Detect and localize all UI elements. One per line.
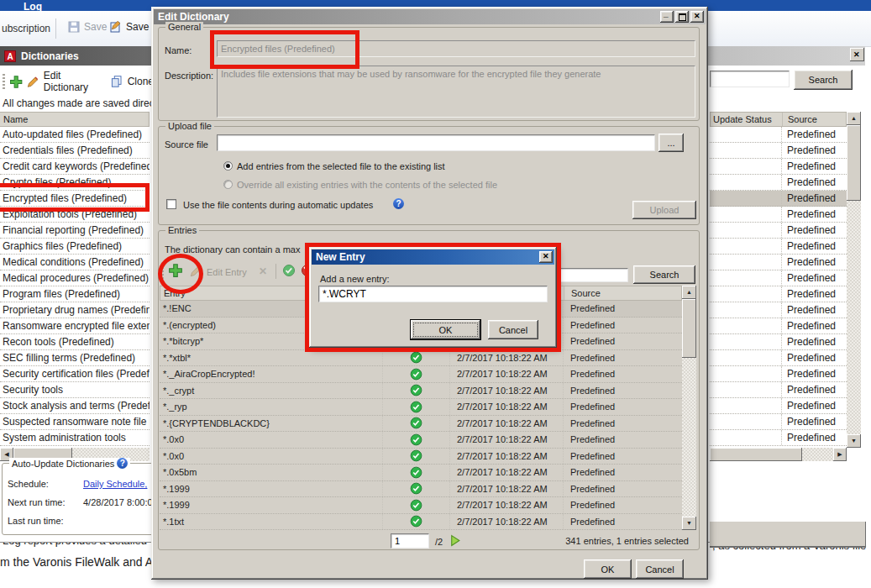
dictionary-table-vscrollbar[interactable]: ▲ ▼ xyxy=(847,112,861,448)
new-entry-input[interactable] xyxy=(318,286,548,302)
dictionary-source-row[interactable]: Predefined xyxy=(710,398,847,414)
dictionary-row[interactable]: Crypto files (Predefined) xyxy=(0,175,150,191)
edit-dictionary-pencil-icon[interactable] xyxy=(27,76,39,88)
radio-add-entries[interactable] xyxy=(223,161,233,171)
source-column-header[interactable]: Source xyxy=(782,113,846,126)
dictionary-source-row[interactable]: Predefined xyxy=(710,191,847,207)
entry-row[interactable]: *.{CRYPTENDBLACKDC} 2/7/2017 10:18:22 AM… xyxy=(160,416,682,433)
save-button[interactable]: Save xyxy=(67,20,107,34)
dictionary-row[interactable]: Encrypted files (Predefined) xyxy=(0,191,150,207)
dictionary-row[interactable]: Auto-updated files (Predefined) xyxy=(0,127,150,143)
scroll-thumb[interactable] xyxy=(682,299,696,358)
dictionary-row[interactable]: Recon tools (Predefined) xyxy=(0,334,150,350)
help-icon[interactable]: ? xyxy=(117,458,128,469)
entry-row[interactable]: *._crypt 2/7/2017 10:18:22 AM Predefined xyxy=(160,383,682,400)
entries-search-button[interactable]: Search xyxy=(633,265,695,284)
dictionary-row[interactable]: Exploitation tools (Predefined) xyxy=(0,207,150,223)
radio-add-entries-label[interactable]: Add entries from the selected file to th… xyxy=(237,161,445,171)
dictionary-source-row[interactable]: Predefined xyxy=(710,414,847,430)
page-number-input[interactable] xyxy=(391,533,429,549)
dictionary-row[interactable]: Ransomware encrypted file extensions xyxy=(0,318,150,334)
entry-row[interactable]: *.1999 2/7/2017 10:18:22 AM Predefined xyxy=(160,481,682,498)
entry-row[interactable]: *.*xtbl* 2/7/2017 10:18:22 AM Predefined xyxy=(160,350,682,367)
dictionary-source-row[interactable]: Predefined xyxy=(710,159,847,175)
save-edit-button[interactable]: Save xyxy=(109,20,149,34)
edit-entry-button[interactable]: Edit Entry xyxy=(207,267,247,277)
delete-entry-icon[interactable]: ✕ xyxy=(259,265,267,277)
dictionary-row[interactable]: Financial reporting (Predefined) xyxy=(0,223,150,239)
dictionary-source-row[interactable]: Predefined xyxy=(710,143,847,159)
schedule-link[interactable]: Daily Schedule, xyxy=(83,479,147,489)
new-entry-titlebar[interactable]: New Entry xyxy=(312,249,554,265)
new-entry-cancel-button[interactable]: Cancel xyxy=(488,320,538,339)
dictionary-source-row[interactable]: Predefined xyxy=(710,318,847,334)
entry-row[interactable]: *.0x0 2/7/2017 10:18:22 AM Predefined xyxy=(160,432,682,449)
approve-entry-icon[interactable] xyxy=(282,264,296,277)
dictionary-source-row[interactable]: Predefined xyxy=(710,270,847,286)
edit-dialog-titlebar[interactable]: Edit Dictionary xyxy=(154,9,706,24)
use-file-contents-checkbox[interactable] xyxy=(166,199,176,209)
new-entry-ok-button[interactable]: OK xyxy=(410,319,481,340)
maximize-icon[interactable] xyxy=(675,11,689,23)
add-entry-icon[interactable] xyxy=(168,263,183,278)
entry-row[interactable]: *.0x5bm 2/7/2017 10:18:22 AM Predefined xyxy=(160,465,682,481)
dictionary-row[interactable]: Proprietary drug names (Predefined) xyxy=(0,302,150,318)
close-icon[interactable] xyxy=(690,11,704,23)
dictionary-row[interactable]: Suspected ransomware note file names xyxy=(0,414,150,430)
scroll-down-icon[interactable]: ▼ xyxy=(682,517,696,530)
name-column-header[interactable]: Name xyxy=(0,112,150,127)
entry-row[interactable]: *.1txt 2/7/2017 10:18:22 AM Predefined xyxy=(160,514,682,531)
clone-icon[interactable] xyxy=(110,75,123,88)
edit-dialog-ok-button[interactable]: OK xyxy=(584,559,632,579)
dictionary-source-row[interactable]: Predefined xyxy=(710,382,847,398)
entry-row[interactable]: *._AiraCropEncrypted! 2/7/2017 10:18:22 … xyxy=(160,366,682,383)
dictionary-source-row[interactable]: Predefined xyxy=(710,302,847,318)
dictionary-source-row[interactable]: Predefined xyxy=(710,223,847,239)
close-icon[interactable] xyxy=(539,251,553,263)
add-dictionary-icon[interactable] xyxy=(9,75,23,89)
dictionary-source-row[interactable]: Predefined xyxy=(710,175,847,191)
dictionary-source-row[interactable]: Predefined xyxy=(710,127,847,143)
panel-close-icon[interactable] xyxy=(850,48,864,61)
dictionary-source-row[interactable]: Predefined xyxy=(710,430,847,446)
scroll-thumb[interactable] xyxy=(710,448,802,461)
dictionary-source-row[interactable]: Predefined xyxy=(710,334,847,350)
dictionary-source-row[interactable]: Predefined xyxy=(710,350,847,366)
dictionary-row[interactable]: SEC filling terms (Predefined) xyxy=(0,350,150,366)
edit-entry-pencil-icon[interactable] xyxy=(190,265,202,277)
upload-button[interactable]: Upload xyxy=(632,201,696,219)
dictionary-source-row[interactable]: Predefined xyxy=(710,255,847,270)
dictionary-row[interactable]: Security certification files (Predefined… xyxy=(0,366,150,382)
dictionary-row[interactable]: Medical conditions (Predefined) xyxy=(0,255,150,270)
entries-vscrollbar[interactable]: ▲ ▼ xyxy=(682,286,696,530)
dictionary-source-row[interactable]: Predefined xyxy=(710,207,847,223)
scroll-down-icon[interactable]: ▼ xyxy=(847,434,861,448)
scroll-thumb[interactable] xyxy=(847,125,861,201)
entry-row[interactable]: *.0x0 2/7/2017 10:18:22 AM Predefined xyxy=(160,449,682,465)
dictionary-search-button[interactable]: Search xyxy=(794,70,853,90)
clone-button[interactable]: Clone xyxy=(128,76,154,87)
dictionary-row[interactable]: Credentials files (Predefined) xyxy=(0,143,150,159)
subscription-label[interactable]: ubscription xyxy=(2,23,50,34)
dictionary-row[interactable]: Program files (Predefined) xyxy=(0,286,150,302)
entry-row[interactable]: *.1999 2/7/2017 10:18:22 AM Predefined xyxy=(160,497,682,514)
dictionary-row[interactable]: Medical procedures (Predefined) xyxy=(0,270,150,286)
source-file-input[interactable] xyxy=(217,134,655,151)
dictionary-source-row[interactable]: Predefined xyxy=(710,366,847,382)
dictionary-source-row[interactable]: Predefined xyxy=(710,239,847,255)
update-status-column-header[interactable]: Update Status xyxy=(711,113,782,126)
dictionary-row[interactable]: Stock analysis and terms (Predefined) xyxy=(0,398,150,414)
dictionary-row[interactable]: Graphics files (Predefined) xyxy=(0,239,150,255)
minimize-icon[interactable] xyxy=(660,11,674,23)
scroll-up-icon[interactable]: ▲ xyxy=(847,112,861,125)
dictionary-row[interactable]: Credit card keywords (Predefined) xyxy=(0,159,150,175)
dictionary-source-row[interactable]: Predefined xyxy=(710,286,847,302)
dictionary-row[interactable]: System administration tools xyxy=(0,430,150,446)
edit-dialog-cancel-button[interactable]: Cancel xyxy=(636,559,684,579)
dictionary-search-input[interactable] xyxy=(710,71,790,87)
help-icon[interactable]: ? xyxy=(393,198,404,209)
use-file-contents-label[interactable]: Use the file contents during automatic u… xyxy=(183,200,373,210)
dictionary-table-hscrollbar[interactable]: ▶ xyxy=(710,448,847,461)
entry-row[interactable]: *._ryp 2/7/2017 10:18:22 AM Predefined xyxy=(160,399,682,416)
browse-button[interactable]: ... xyxy=(658,134,684,152)
